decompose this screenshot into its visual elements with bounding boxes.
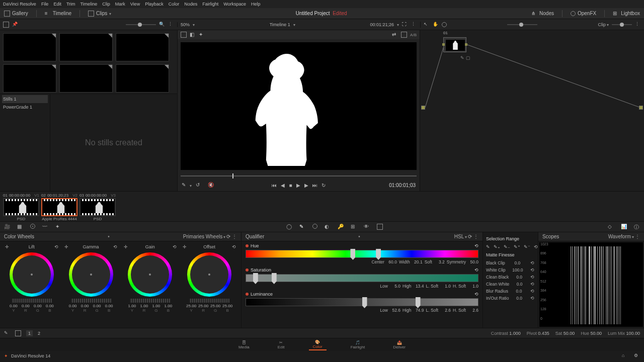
info-icon[interactable]: ⓘ [634, 224, 640, 230]
clips-button[interactable]: Clips [88, 11, 111, 17]
menu-edit[interactable]: Edit [53, 2, 61, 7]
finesse-param[interactable]: Clean White0.0⟲ [486, 281, 535, 288]
playhead-icon[interactable] [232, 173, 233, 178]
wheel-value[interactable]: 1.00 [126, 304, 137, 308]
finesse-param[interactable]: Blur Radius0.0⟲ [486, 288, 535, 295]
node-output-anchor[interactable] [639, 106, 643, 110]
gallery-thumb[interactable] [116, 64, 169, 93]
menu-file[interactable]: File [41, 2, 49, 7]
finesse-param[interactable]: In/Out Ratio0.0⟲ [486, 295, 535, 302]
sat-reset-icon[interactable]: ⟲ [474, 267, 478, 273]
page-2-button[interactable]: 2 [38, 331, 40, 336]
project-settings-icon[interactable]: ⌂ [622, 353, 628, 359]
pick-white-icon[interactable] [15, 330, 21, 336]
node-size-slider[interactable] [612, 24, 632, 25]
nodes-button[interactable]: ⋔Nodes [531, 11, 554, 17]
adjust-param[interactable]: Sat 50.00 [555, 331, 575, 336]
wheel-reset-icon[interactable]: ⟲ [54, 244, 58, 249]
hue-bar[interactable] [246, 250, 478, 258]
wheel-value[interactable]: 25.00 [210, 304, 221, 308]
wheel-value[interactable]: 1.00 [163, 304, 174, 308]
menu-timeline[interactable]: Timeline [80, 2, 98, 7]
menu-nodes[interactable]: Nodes [184, 2, 197, 7]
hue-reset-icon[interactable]: ⟲ [474, 243, 478, 248]
channel-label[interactable]: A/B [410, 33, 417, 37]
page-fairlight[interactable]: 🎵Fairlight [347, 340, 369, 350]
settings-icon[interactable]: ⚙ [634, 353, 640, 359]
menu-color[interactable]: Color [169, 2, 180, 7]
play-icon[interactable]: ▶ [296, 183, 300, 188]
lum-param[interactable]: L. Soft2.6 [426, 308, 451, 313]
clip-item[interactable]: 0100:00:00:00V1 PSD [3, 193, 39, 221]
qualifier-mode-dropdown[interactable]: HSL ⟳ ⋮ [454, 234, 478, 239]
gallery-thumb[interactable] [116, 33, 169, 61]
color-wheels-icon[interactable] [30, 224, 35, 229]
master-jog[interactable] [12, 299, 52, 303]
picker-add-icon[interactable]: ✎₊ [494, 244, 500, 249]
invert-icon[interactable]: ⟲ [534, 244, 538, 249]
viewer-mode-icon[interactable] [401, 32, 407, 38]
split-icon[interactable]: ◧ [190, 32, 196, 38]
stop-icon[interactable]: ■ [289, 183, 292, 188]
clip-item[interactable]: 0200:01:20;23V2 Apple ProRes 4444 [41, 193, 77, 221]
sat-bar[interactable] [246, 274, 478, 282]
eyedropper-icon[interactable]: ✎ [182, 182, 188, 188]
menu-view[interactable]: View [130, 2, 140, 7]
lum-reset-icon[interactable]: ⟲ [474, 292, 478, 297]
page-media[interactable]: 🗄Media [234, 340, 254, 350]
corrector-node[interactable] [443, 37, 466, 52]
color-match-icon[interactable]: ▦ [17, 224, 23, 230]
menu-trim[interactable]: Trim [66, 2, 75, 7]
mute-icon[interactable]: 🔇 [208, 182, 214, 188]
feather-sub-icon[interactable]: ✎⁻ [524, 244, 530, 249]
color-wheel[interactable] [10, 252, 54, 297]
wheel-reset-icon[interactable]: ⟲ [232, 244, 236, 249]
timeline-button[interactable]: ≡Timeline [45, 11, 71, 17]
wheel-value[interactable]: 25.00 [198, 304, 209, 308]
keyframe-icon[interactable]: ◇ [608, 224, 614, 230]
wheel-value[interactable]: 0.00 [20, 304, 31, 308]
wheel-value[interactable]: 0.00 [32, 304, 43, 308]
wheel-picker-icon[interactable]: ✛ [5, 244, 9, 249]
adjust-param[interactable]: Lum Mix 100.00 [608, 331, 640, 336]
finesse-param[interactable]: Black Clip0.0⟲ [486, 259, 535, 266]
menu-mark[interactable]: Mark [115, 2, 125, 7]
gallery-thumb[interactable] [3, 33, 56, 61]
last-frame-icon[interactable]: ⏭ [312, 183, 317, 188]
prev-frame-icon[interactable]: ◀ [281, 183, 285, 188]
layout-icon[interactable] [3, 22, 9, 28]
expand-icon[interactable]: ⛶ [402, 22, 408, 28]
node-mode-dropdown[interactable]: Clip [598, 22, 609, 27]
data-burn-icon[interactable] [377, 224, 383, 230]
reset-icon[interactable]: ↺ [196, 182, 202, 188]
sizing-icon[interactable]: ⊞ [351, 224, 357, 230]
wheel-value[interactable]: 0.00 [104, 304, 115, 308]
node-menu-icon[interactable]: ⋮ [635, 22, 641, 28]
wheel-value[interactable]: 25.00 [186, 304, 197, 308]
master-jog[interactable] [71, 299, 111, 303]
sat-param[interactable]: L. Soft1.0 [426, 284, 451, 289]
wheel-value[interactable]: 1.00 [138, 304, 149, 308]
picker-mode-icon[interactable] [190, 183, 192, 188]
page-deliver[interactable]: 📤Deliver [389, 340, 410, 350]
node-input-anchor[interactable] [421, 106, 425, 110]
tracker-icon[interactable] [312, 224, 317, 229]
wheel-value[interactable]: 0.00 [8, 304, 19, 308]
page-edit[interactable]: ✂Edit [274, 340, 289, 350]
highlight-icon[interactable]: ✦ [199, 32, 205, 38]
menu-playback[interactable]: Playback [145, 2, 164, 7]
picker-sub-icon[interactable]: ✎₋ [504, 244, 510, 249]
master-jog[interactable] [130, 299, 170, 303]
menu-clip[interactable]: Clip [102, 2, 110, 7]
wheel-value[interactable]: 0.00 [67, 304, 78, 308]
stereo-icon[interactable]: 👁 [364, 224, 370, 230]
menu-help[interactable]: Help [251, 2, 261, 7]
gallery-button[interactable]: Gallery [4, 11, 28, 17]
hue-param[interactable]: Width20.1 [399, 259, 423, 264]
image-wipe-icon[interactable] [181, 32, 187, 38]
viewer-mini-timeline[interactable] [178, 173, 420, 179]
qualifier-icon[interactable]: ✦ [55, 224, 61, 230]
search-icon[interactable]: 🔍 [159, 22, 165, 28]
adjust-param[interactable]: Pivot 0.435 [527, 331, 549, 336]
hand-icon[interactable]: ✋ [433, 22, 439, 28]
